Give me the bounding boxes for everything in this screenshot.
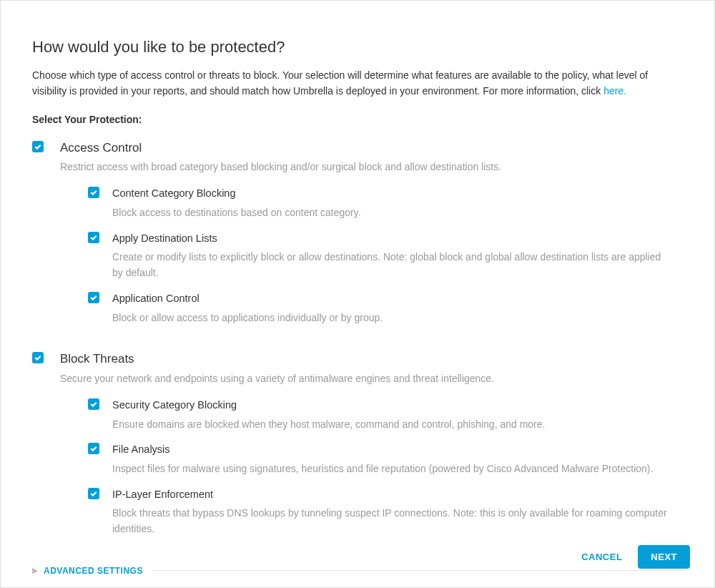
- subitem-ip-layer-enforcement: IP-Layer Enforcement Block threats that …: [60, 487, 683, 537]
- group-desc: Secure your network and endpoints using …: [60, 371, 683, 386]
- group-desc: Restrict access with broad category base…: [60, 160, 683, 175]
- group-access-control: Access Control Restrict access with broa…: [32, 139, 683, 340]
- group-title: Access Control: [60, 139, 683, 157]
- next-button[interactable]: NEXT: [638, 545, 690, 569]
- check-icon: [89, 233, 98, 242]
- subitem-file-analysis: File Analysis Inspect files for malware …: [60, 442, 683, 476]
- subitem-apply-destination-lists: Apply Destination Lists Create or modify…: [60, 231, 683, 281]
- check-icon: [34, 142, 42, 151]
- check-icon: [89, 293, 98, 302]
- subitem-title: Security Category Blocking: [112, 398, 669, 413]
- group-title: Block Threats: [60, 350, 683, 368]
- check-icon: [34, 353, 42, 362]
- subitem-application-control: Application Control Block or allow acces…: [60, 291, 683, 325]
- intro-text: Choose which type of access control or t…: [32, 69, 648, 97]
- subitem-desc: Ensure domains are blocked when they hos…: [112, 417, 669, 433]
- checkbox-security-category-blocking[interactable]: [88, 398, 99, 410]
- checkbox-apply-destination-lists[interactable]: [88, 232, 99, 243]
- check-icon: [89, 489, 98, 498]
- subitem-security-category-blocking: Security Category Blocking Ensure domain…: [60, 398, 683, 432]
- advanced-settings-toggle[interactable]: ADVANCED SETTINGS: [44, 564, 143, 577]
- subitem-desc: Block access to destinations based on co…: [112, 205, 669, 221]
- subitem-desc: Block threats that bypass DNS lookups by…: [112, 506, 669, 536]
- subitem-desc: Inspect files for malware using signatur…: [112, 461, 669, 477]
- subitem-desc: Block or allow access to applications in…: [112, 310, 669, 326]
- page-heading: How would you like to be protected?: [32, 35, 683, 59]
- select-protection-label: Select Your Protection:: [32, 112, 683, 127]
- subitem-title: Apply Destination Lists: [112, 231, 669, 247]
- intro-paragraph: Choose which type of access control or t…: [32, 67, 683, 99]
- subitem-title: Content Category Blocking: [112, 186, 669, 202]
- check-icon: [89, 188, 98, 197]
- subitem-content-category-blocking: Content Category Blocking Block access t…: [60, 186, 683, 220]
- checkbox-access-control[interactable]: [32, 141, 44, 152]
- subitem-title: Application Control: [112, 291, 669, 307]
- wizard-footer: CANCEL NEXT: [581, 545, 690, 569]
- check-icon: [89, 400, 98, 408]
- intro-here-link[interactable]: here.: [603, 85, 626, 97]
- subitem-title: IP-Layer Enforcement: [112, 487, 669, 503]
- subitem-title: File Analysis: [112, 442, 669, 458]
- protection-wizard-panel: How would you like to be protected? Choo…: [0, 0, 715, 588]
- subitem-desc: Create or modify lists to explicitly blo…: [112, 250, 669, 280]
- checkbox-content-category-blocking[interactable]: [88, 187, 99, 198]
- checkbox-block-threats[interactable]: [32, 352, 44, 363]
- checkbox-ip-layer-enforcement[interactable]: [88, 488, 99, 499]
- cancel-button[interactable]: CANCEL: [581, 552, 622, 562]
- group-block-threats: Block Threats Secure your network and en…: [32, 350, 683, 552]
- checkbox-application-control[interactable]: [88, 292, 99, 303]
- checkbox-file-analysis[interactable]: [88, 443, 99, 454]
- divider: [152, 570, 683, 571]
- caret-right-icon: ▶: [32, 567, 38, 574]
- check-icon: [89, 444, 98, 453]
